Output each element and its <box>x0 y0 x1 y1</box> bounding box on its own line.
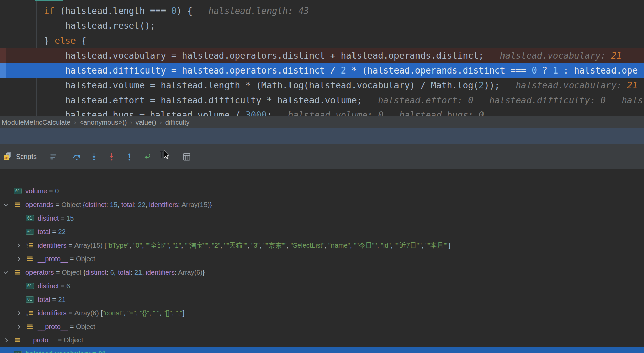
value-segment: , <box>142 269 146 276</box>
value-segment: 15 <box>66 214 74 222</box>
value-segment: , <box>350 242 354 249</box>
variable-row-__proto__[interactable]: __proto__ = Object <box>0 320 644 333</box>
run-to-cursor-icon[interactable] <box>142 152 152 162</box>
value-segment: : <box>107 269 110 276</box>
variable-name: __proto__ <box>25 336 56 344</box>
primitive-type-icon: 01 <box>14 351 22 353</box>
watch-row-selected[interactable]: 01halstead.vocabulary = 21 <box>0 347 644 353</box>
variable-row-__proto__[interactable]: __proto__ = Object <box>0 252 644 266</box>
value-segment: , <box>114 269 118 276</box>
code-segment: 0 <box>171 6 177 16</box>
inline-debug-hint: halstead.volume: 0 <box>606 95 644 105</box>
variable-row-distinct[interactable]: 01distinct = 6 <box>0 279 644 293</box>
breadcrumb-separator: › <box>72 119 78 126</box>
value-segment: ] <box>183 309 185 317</box>
value-segment: ] <box>449 242 451 249</box>
breadcrumb-item-modulemetriccalculate[interactable]: ModuleMetricCalculate <box>0 119 72 126</box>
chevron-collapsed-icon[interactable] <box>16 325 20 329</box>
breadcrumb-item-anonymous[interactable]: <anonymous>() <box>78 119 128 126</box>
value-segment: "const" <box>103 309 124 317</box>
value-segment: , <box>181 242 185 249</box>
chevron-expanded-icon[interactable] <box>4 202 8 206</box>
variable-value: 21 <box>58 296 66 304</box>
value-segment: , <box>325 242 328 249</box>
code-segment: ; <box>266 110 272 116</box>
code-line[interactable]: halstead.volume = halstead.length * (Mat… <box>0 78 644 93</box>
primitive-type-icon: 01 <box>26 283 34 289</box>
value-segment: "id" <box>381 242 391 249</box>
value-segment: , <box>248 242 251 249</box>
step-out-icon[interactable] <box>125 152 134 162</box>
variable-row-total[interactable]: 01total = 21 <box>0 293 644 306</box>
variable-row-operands[interactable]: operands = Object {distinct: 15, total: … <box>0 198 644 211</box>
inline-debug-hint: halstead.effort: 0 <box>362 95 473 105</box>
svg-text:3: 3 <box>27 246 28 248</box>
variable-value: 6 <box>66 282 70 290</box>
value-segment: , <box>142 242 146 249</box>
variable-value: Object {distinct: 6, total: 21, identifi… <box>62 269 205 276</box>
value-segment: Object <box>76 323 95 330</box>
code-editor[interactable]: if (halstead.length === 0) { halstead.le… <box>0 0 644 116</box>
primitive-type-icon: 01 <box>14 188 22 194</box>
code-line[interactable]: halstead.vocabulary = halstead.operators… <box>0 48 644 63</box>
code-segment: halstead.vocabulary = halstead.operators… <box>44 50 484 61</box>
step-into-icon[interactable] <box>89 152 99 162</box>
inline-debug-hint: halstead.volume: 0 <box>272 110 383 116</box>
value-segment: "2" <box>212 242 220 249</box>
variable-row-total[interactable]: 01total = 22 <box>0 225 644 238</box>
value-segment: , <box>208 242 212 249</box>
value-segment: ""京东"" <box>263 242 286 249</box>
threads-view-icon[interactable] <box>49 152 58 162</box>
breadcrumb-separator: › <box>128 119 134 126</box>
variable-value: Array(6) ["const", "=", "{}", ":", "[]",… <box>74 309 184 317</box>
variable-row-distinct[interactable]: 01distinct = 15 <box>0 211 644 225</box>
code-segment: { <box>76 36 86 46</box>
variable-value: 21 <box>98 350 106 353</box>
object-type-icon <box>14 337 22 343</box>
variable-row-operators[interactable]: operators = Object {distinct: 6, total: … <box>0 266 644 279</box>
breadcrumb-item-difficulty[interactable]: difficulty <box>164 119 191 126</box>
value-segment: Object <box>61 201 83 208</box>
ide-window: if (halstead.length === 0) { halstead.le… <box>0 0 644 353</box>
value-segment: , <box>124 309 127 317</box>
inline-debug-hint: halstead.length: 43 <box>192 6 309 16</box>
array-type-icon: 123 <box>26 310 34 316</box>
step-over-icon[interactable] <box>72 152 81 162</box>
code-line[interactable]: halstead.bugs = halstead.volume / 3000; … <box>0 108 644 116</box>
code-line[interactable]: } else { <box>0 33 644 48</box>
js-scripts-icon: JS <box>3 151 13 162</box>
value-segment: ""天猫"" <box>224 242 247 249</box>
variable-row-identifiers[interactable]: 123identifiers = Array(15) ["bType", "0"… <box>0 238 644 252</box>
value-segment: : <box>178 201 181 208</box>
variable-row-volume[interactable]: 01volume = 0 <box>0 184 644 198</box>
inline-debug-hint: halstead.vocabulary: <box>484 50 611 61</box>
value-segment: "{}" <box>140 309 149 317</box>
variable-row-__proto__[interactable]: __proto__ = Object <box>0 333 644 347</box>
code-segment: } <box>44 36 55 46</box>
code-line[interactable]: halstead.reset(); <box>0 18 644 33</box>
chevron-expanded-icon[interactable] <box>4 270 8 274</box>
chevron-slot <box>3 204 14 206</box>
equals-sign: = <box>53 201 61 209</box>
tab-scripts[interactable]: JS Scripts <box>0 144 41 169</box>
code-line[interactable]: if (halstead.length === 0) { halstead.le… <box>0 3 644 18</box>
chevron-collapsed-icon[interactable] <box>4 338 8 342</box>
code-segment: else <box>55 36 76 46</box>
chevron-collapsed-icon[interactable] <box>16 311 20 315</box>
code-segment: 2 <box>341 65 346 76</box>
variable-name: __proto__ <box>38 255 68 263</box>
force-step-into-icon[interactable] <box>107 152 116 162</box>
breadcrumb-item-value[interactable]: value() <box>134 119 158 126</box>
chevron-collapsed-icon[interactable] <box>16 243 20 248</box>
code-segment: if <box>44 6 55 16</box>
value-segment: Array(6) <box>74 309 101 317</box>
chevron-collapsed-icon[interactable] <box>16 257 20 261</box>
value-segment: distinct <box>85 201 106 208</box>
code-line[interactable]: halstead.effort = halstead.difficulty * … <box>0 93 644 108</box>
variable-row-identifiers[interactable]: 123identifiers = Array(6) ["const", "=",… <box>0 306 644 320</box>
value-segment: Array(15) <box>181 201 210 208</box>
value-segment: , <box>220 242 224 249</box>
code-line[interactable]: halstead.difficulty = halstead.operators… <box>0 63 644 78</box>
evaluate-expression-icon[interactable] <box>182 152 191 162</box>
inline-debug-hint: halstead.difficulty: 0 <box>473 95 606 105</box>
